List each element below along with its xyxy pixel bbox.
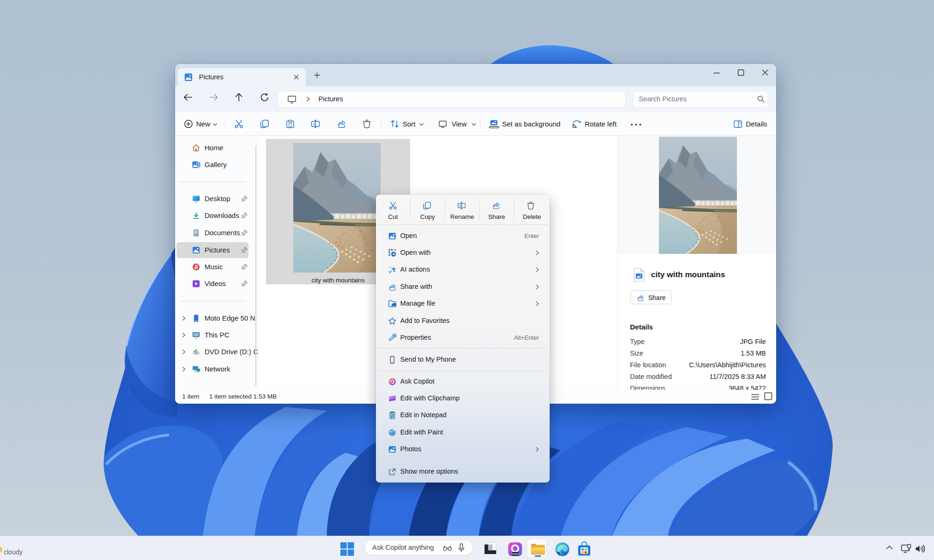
svg-text:A: A <box>459 203 462 208</box>
svg-text:M365: M365 <box>512 553 518 555</box>
svg-text:A: A <box>313 122 316 126</box>
